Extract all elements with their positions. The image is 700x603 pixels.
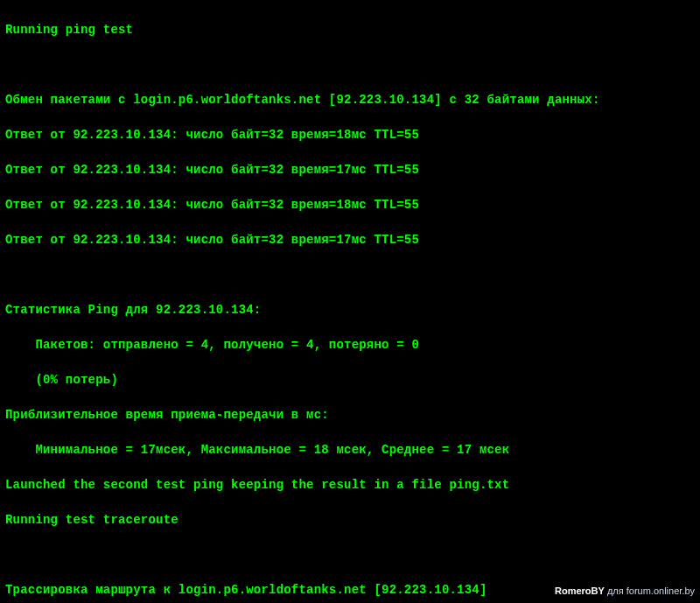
ping-approx-header: Приблизительное время приема-передачи в … <box>5 406 695 424</box>
ping-stats-loss: (0% потерь) <box>5 371 695 389</box>
blank <box>5 546 695 564</box>
watermark-site: forum.onliner.by <box>626 585 695 596</box>
blank <box>5 56 695 74</box>
ping-reply: Ответ от 92.223.10.134: число байт=32 вр… <box>5 161 695 179</box>
ping-reply: Ответ от 92.223.10.134: число байт=32 вр… <box>5 196 695 214</box>
mid-line-2: Running test traceroute <box>5 511 695 529</box>
ping-stats-header: Статистика Ping для 92.223.10.134: <box>5 301 695 319</box>
ping-stats-packets: Пакетов: отправлено = 4, получено = 4, п… <box>5 336 695 354</box>
watermark-mid: для <box>605 585 626 596</box>
watermark: RomeroBY для forum.onliner.by <box>555 582 695 599</box>
mid-line-1: Launched the second test ping keeping th… <box>5 476 695 494</box>
ping-intro: Обмен пакетами с login.p6.worldoftanks.n… <box>5 91 695 109</box>
header-line: Running ping test <box>5 21 695 39</box>
ping-approx-values: Минимальное = 17мсек, Максимальное = 18 … <box>5 441 695 459</box>
ping-reply: Ответ от 92.223.10.134: число байт=32 вр… <box>5 126 695 144</box>
blank <box>5 266 695 284</box>
watermark-user: RomeroBY <box>555 585 605 596</box>
ping-reply: Ответ от 92.223.10.134: число байт=32 вр… <box>5 231 695 249</box>
terminal-window: Running ping test Обмен пакетами с login… <box>0 0 700 603</box>
